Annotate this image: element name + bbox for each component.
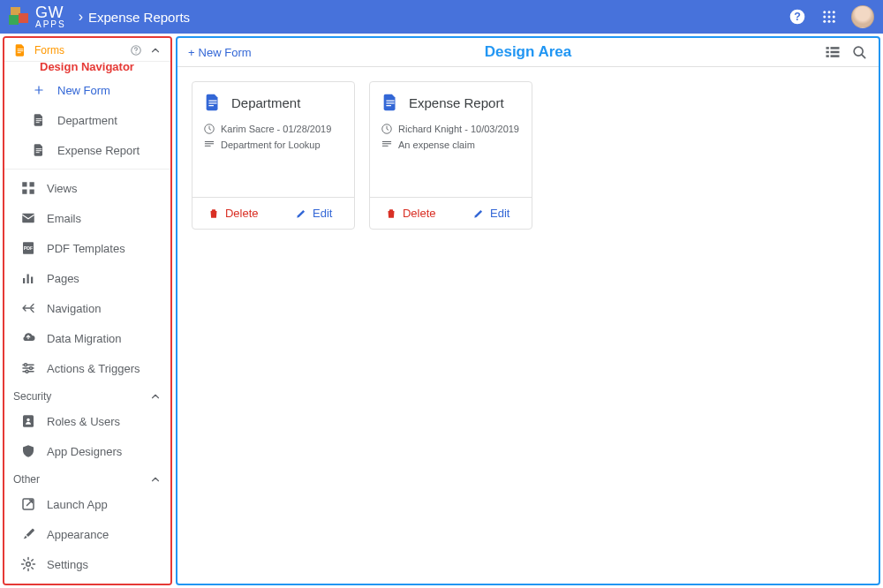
label: App Designers bbox=[47, 445, 122, 458]
doc-icon bbox=[31, 112, 47, 128]
label: Emails bbox=[47, 212, 81, 225]
shield-icon bbox=[20, 443, 36, 459]
section-title: Other bbox=[13, 473, 149, 486]
sidebar-form-expense-report[interactable]: Expense Report bbox=[4, 135, 170, 165]
sidebar-form-department[interactable]: Department bbox=[4, 105, 170, 135]
label: Delete bbox=[225, 207, 259, 220]
trash-icon bbox=[385, 207, 397, 220]
cards-container: Department Karim Sacre - 01/28/2019 Depa… bbox=[177, 67, 879, 244]
card-author-date: Richard Knight - 10/03/2019 bbox=[398, 124, 519, 134]
clock-icon bbox=[381, 123, 393, 135]
card-description: An expense claim bbox=[398, 139, 475, 150]
label: Actions & Triggers bbox=[47, 362, 140, 375]
edit-button[interactable]: Edit bbox=[274, 198, 355, 229]
help-icon[interactable]: ? bbox=[788, 7, 807, 26]
label: Appearance bbox=[47, 528, 109, 541]
label: Views bbox=[47, 182, 77, 195]
cloud-upload-icon bbox=[20, 330, 36, 346]
form-card-expense-report: Expense Report Richard Knight - 10/03/20… bbox=[369, 81, 532, 230]
delete-button[interactable]: Delete bbox=[370, 198, 451, 229]
sidebar-item-actions-triggers[interactable]: Actions & Triggers bbox=[4, 353, 170, 383]
sidebar-item-pdf-templates[interactable]: PDF Templates bbox=[4, 233, 170, 263]
chart-icon bbox=[20, 270, 36, 286]
logo-text-sub: APPS bbox=[35, 20, 66, 29]
help-icon[interactable] bbox=[130, 44, 142, 57]
sidebar-item-appearance[interactable]: Appearance bbox=[4, 519, 170, 549]
sidebar-item-emails[interactable]: Emails bbox=[4, 203, 170, 233]
users-icon bbox=[20, 413, 36, 429]
delete-button[interactable]: Delete bbox=[192, 198, 274, 229]
design-navigator: Forms Design Navigator New Form Departme… bbox=[3, 36, 172, 585]
sidebar-section-forms[interactable]: Forms bbox=[4, 38, 170, 62]
pdf-icon bbox=[20, 240, 36, 256]
description-icon bbox=[381, 139, 393, 151]
list-view-icon[interactable] bbox=[824, 43, 841, 61]
label: Expense Report bbox=[57, 144, 140, 157]
sidebar-item-views[interactable]: Views bbox=[4, 173, 170, 203]
sidebar-item-data-migration[interactable]: Data Migration bbox=[4, 323, 170, 353]
label: Edit bbox=[313, 207, 332, 220]
mail-icon bbox=[20, 210, 36, 226]
doc-icon bbox=[381, 93, 400, 112]
pencil-icon bbox=[295, 207, 307, 220]
doc-icon bbox=[31, 142, 47, 158]
label: Launch App bbox=[47, 498, 108, 511]
breadcrumb-label: Expense Reports bbox=[88, 10, 190, 25]
svg-text:?: ? bbox=[794, 11, 801, 23]
sidebar-item-roles-users[interactable]: Roles & Users bbox=[4, 406, 170, 436]
sidebar-item-settings[interactable]: Settings bbox=[4, 549, 170, 579]
sidebar-new-form[interactable]: New Form bbox=[4, 75, 170, 105]
logo-text-main: GW bbox=[35, 4, 64, 21]
label: New Form bbox=[57, 84, 110, 97]
label: New Form bbox=[199, 46, 252, 59]
sidebar-item-launch-app[interactable]: Launch App bbox=[4, 489, 170, 519]
annotation-design-area: Design Area bbox=[485, 43, 572, 61]
card-title-label: Expense Report bbox=[409, 95, 504, 110]
search-icon[interactable] bbox=[850, 43, 868, 61]
edit-button[interactable]: Edit bbox=[451, 198, 532, 229]
sidebar-section-other[interactable]: Other bbox=[4, 466, 170, 489]
avatar[interactable] bbox=[851, 5, 874, 28]
label: PDF Templates bbox=[47, 242, 125, 255]
sidebar-item-pages[interactable]: Pages bbox=[4, 263, 170, 293]
description-icon bbox=[203, 139, 215, 151]
label: Roles & Users bbox=[47, 415, 120, 428]
label: Navigation bbox=[47, 302, 101, 315]
chevron-right-icon: › bbox=[79, 9, 83, 25]
pencil-icon bbox=[472, 207, 485, 220]
label: Edit bbox=[490, 207, 509, 220]
design-area: + New Form Design Area Department bbox=[176, 36, 880, 585]
topbar: GW APPS › Expense Reports ? bbox=[0, 0, 883, 34]
label: Department bbox=[57, 114, 117, 127]
doc-icon bbox=[13, 43, 27, 57]
navigation-icon bbox=[20, 300, 36, 316]
card-title-label: Department bbox=[231, 95, 300, 110]
sidebar-item-app-designers[interactable]: App Designers bbox=[4, 436, 170, 466]
label: Settings bbox=[47, 558, 88, 571]
tune-icon bbox=[20, 360, 36, 376]
doc-icon bbox=[203, 93, 223, 112]
launch-icon bbox=[20, 496, 36, 512]
logo[interactable]: GW APPS bbox=[9, 4, 66, 29]
chevron-up-icon bbox=[149, 473, 162, 486]
sidebar-section-security[interactable]: Security bbox=[4, 383, 170, 406]
chevron-up-icon[interactable] bbox=[149, 44, 162, 57]
annotation-design-navigator: Design Navigator bbox=[4, 60, 170, 75]
label: Delete bbox=[403, 207, 436, 220]
section-title: Forms bbox=[34, 44, 130, 57]
form-card-department: Department Karim Sacre - 01/28/2019 Depa… bbox=[192, 81, 355, 230]
label: Pages bbox=[47, 272, 79, 285]
card-description: Department for Lookup bbox=[221, 139, 321, 150]
sidebar-item-navigation[interactable]: Navigation bbox=[4, 293, 170, 323]
breadcrumb[interactable]: › Expense Reports bbox=[79, 9, 190, 25]
new-form-button[interactable]: + New Form bbox=[188, 46, 252, 59]
label: Data Migration bbox=[47, 332, 122, 345]
gear-icon bbox=[20, 556, 36, 572]
logo-icon bbox=[9, 7, 32, 26]
grid-icon bbox=[20, 180, 36, 196]
apps-icon[interactable] bbox=[819, 7, 839, 26]
chevron-up-icon bbox=[149, 390, 162, 403]
plus-icon bbox=[31, 82, 47, 98]
sidebar-item-history[interactable]: History bbox=[4, 579, 170, 585]
content-toolbar: + New Form Design Area bbox=[177, 38, 879, 67]
